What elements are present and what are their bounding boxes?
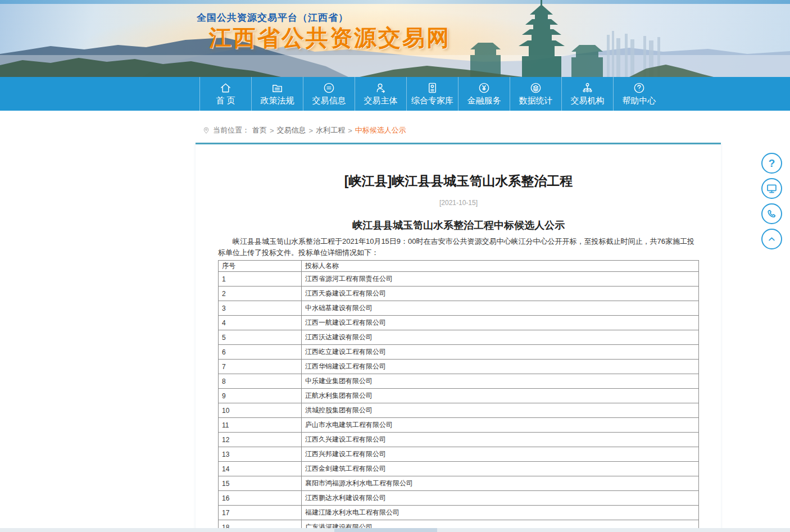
bidder-name: 庐山市水电建筑工程有限公司 [302, 418, 699, 433]
article-title: [峡江县]峡江县县城玉笥山水系整治工程 [218, 172, 699, 190]
pagoda-silhouette [470, 0, 603, 77]
breadcrumb-separator: > [348, 126, 352, 135]
nav-item-policy[interactable]: 政策法规 [251, 77, 303, 111]
table-row: 11 庐山市水电建筑工程有限公司 [219, 418, 699, 433]
bidder-index: 2 [219, 287, 302, 301]
help-button[interactable]: ? [761, 153, 782, 174]
bidder-name: 江西金剑建筑工程有限公司 [302, 462, 699, 476]
trade-subject-icon [374, 81, 387, 94]
site-title: 江西省公共资源交易网 [209, 22, 451, 53]
nav-item-label: 交易主体 [364, 96, 398, 106]
article-card: [峡江县]峡江县县城玉笥山水系整治工程 [2021-10-15] 峡江县县城玉笥… [196, 143, 721, 532]
horizontal-scrollbar-thumb[interactable] [334, 528, 437, 532]
table-row: 1 江西省源河工程有限责任公司 [219, 272, 699, 287]
table-row: 8 中乐建业集团有限公司 [219, 374, 699, 389]
nav-item-trade-info[interactable]: 交易信息 [303, 77, 355, 111]
statistics-icon [529, 81, 542, 94]
help-icon [633, 81, 646, 94]
nav-item-home[interactable]: 首 页 [199, 77, 251, 111]
nav-item-label: 政策法规 [261, 96, 294, 106]
policy-icon [271, 81, 284, 94]
breadcrumb-separator: > [270, 126, 274, 135]
table-row: 16 江西鹏达水利建设有限公司 [219, 491, 699, 506]
breadcrumb-item-water-engineering[interactable]: 水利工程 [316, 125, 345, 135]
breadcrumb-item-home[interactable]: 首页 [252, 125, 267, 135]
nav-item-organization[interactable]: 交易机构 [561, 77, 613, 111]
table-row: 9 正航水利集团有限公司 [219, 389, 699, 403]
nav-item-label: 交易机构 [571, 96, 605, 106]
article-date: [2021-10-15] [218, 199, 699, 207]
table-row: 4 江西一航建设工程有限公司 [219, 316, 699, 330]
location-pin-icon [202, 126, 210, 134]
bidder-index: 14 [219, 462, 302, 476]
organization-icon [581, 81, 594, 94]
table-row: 14 江西金剑建筑工程有限公司 [219, 462, 699, 476]
trade-info-icon [323, 81, 335, 94]
bidder-index: 8 [219, 374, 302, 389]
bidders-table-body: 1 江西省源河工程有限责任公司 2 江西天淼建设工程有限公司 3 中水础基建设有… [219, 272, 699, 532]
table-row: 12 江西久兴建设工程有限公司 [219, 433, 699, 447]
bidder-name: 中水础基建设有限公司 [302, 301, 699, 316]
bidder-name: 江西天淼建设工程有限公司 [302, 287, 699, 301]
bidder-index: 5 [219, 330, 302, 345]
table-row: 5 江西沃达建设有限公司 [219, 330, 699, 345]
bidder-name: 江西久兴建设工程有限公司 [302, 433, 699, 447]
table-row: 3 中水础基建设有限公司 [219, 301, 699, 316]
bidder-name: 江西沃达建设有限公司 [302, 330, 699, 345]
bidder-name: 洪城控股集团有限公司 [302, 403, 699, 418]
breadcrumb: 当前位置： 首页 > 交易信息 > 水利工程 > 中标候选人公示 [202, 125, 790, 135]
bidder-index: 15 [219, 476, 302, 491]
table-row: 15 襄阳市鸿福源水利水电工程有限公司 [219, 476, 699, 491]
bidder-name: 江西省源河工程有限责任公司 [302, 272, 699, 287]
bidder-name: 福建江隆水利水电工程有限公司 [302, 506, 699, 520]
bidder-index: 10 [219, 403, 302, 418]
bidder-name: 襄阳市鸿福源水利水电工程有限公司 [302, 476, 699, 491]
table-row: 2 江西天淼建设工程有限公司 [219, 287, 699, 301]
finance-icon [478, 81, 491, 94]
bidder-name: 江西鹏达水利建设有限公司 [302, 491, 699, 506]
breadcrumb-current: 中标候选人公示 [355, 125, 406, 135]
bidder-index: 7 [219, 360, 302, 374]
back-to-top-button[interactable] [761, 229, 782, 249]
nav-item-label: 交易信息 [312, 96, 346, 106]
bidder-name: 江西华锦建设工程有限公司 [302, 360, 699, 374]
online-service-button[interactable] [761, 178, 782, 199]
bidder-index: 12 [219, 433, 302, 447]
nav-item-label: 数据统计 [519, 96, 553, 106]
bidder-index: 17 [219, 506, 302, 520]
chevron-up-icon [766, 233, 778, 245]
nav-item-finance[interactable]: 金融服务 [458, 77, 510, 111]
horizontal-scrollbar[interactable] [0, 528, 790, 532]
question-mark-icon: ? [769, 157, 775, 170]
bidders-table: 序号 投标人名称 1 江西省源河工程有限责任公司 2 江西天淼建设工程有限公司 … [218, 260, 699, 532]
monitor-icon [766, 183, 778, 194]
nav-item-label: 金融服务 [467, 96, 501, 106]
bidder-name: 江西兴邦建设工程有限公司 [302, 447, 699, 462]
bidder-index: 3 [219, 301, 302, 316]
nav-item-expert-library[interactable]: 综合专家库 [406, 77, 458, 111]
main-navbar: 首 页 政策法规 交易信息 交易主体 综合专家库 金融服务 数据统计 [0, 77, 790, 111]
bidder-index: 4 [219, 316, 302, 330]
bidder-index: 13 [219, 447, 302, 462]
table-row: 17 福建江隆水利水电工程有限公司 [219, 506, 699, 520]
nav-item-help-center[interactable]: 帮助中心 [613, 77, 665, 111]
bidder-name: 江西一航建设工程有限公司 [302, 316, 699, 330]
bidder-name: 中乐建业集团有限公司 [302, 374, 699, 389]
home-icon [219, 81, 232, 94]
nav-item-statistics[interactable]: 数据统计 [510, 77, 561, 111]
bidder-index: 9 [219, 389, 302, 403]
phone-icon [766, 208, 778, 220]
nav-item-trade-subject[interactable]: 交易主体 [355, 77, 406, 111]
table-header-index: 序号 [219, 261, 302, 272]
breadcrumb-item-trade-info[interactable]: 交易信息 [277, 125, 306, 135]
bidder-name: 正航水利集团有限公司 [302, 389, 699, 403]
site-banner: 全国公共资源交易平台（江西省） 江西省公共资源交易网 [0, 0, 790, 77]
nav-item-label: 首 页 [216, 96, 235, 106]
article-intro: 峡江县县城玉笥山水系整治工程于2021年10月15日9：00时在吉安市公共资源交… [218, 236, 699, 258]
table-row: 10 洪城控股集团有限公司 [219, 403, 699, 418]
table-header-row: 序号 投标人名称 [219, 261, 699, 272]
breadcrumb-prefix: 当前位置： [213, 125, 249, 135]
phone-button[interactable] [761, 203, 782, 224]
table-header-bidder-name: 投标人名称 [302, 261, 699, 272]
bidder-name: 江西屹立建设工程有限公司 [302, 345, 699, 360]
